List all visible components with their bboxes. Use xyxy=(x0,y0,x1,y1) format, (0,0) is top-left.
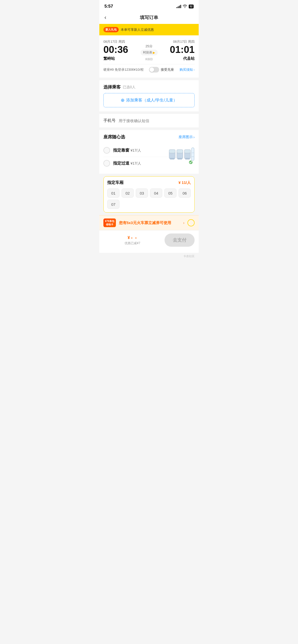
page-header: ‹ 填写订单 xyxy=(99,11,199,24)
seat-window-price: ¥17/人 xyxy=(130,148,141,152)
pay-button[interactable]: 去支付 xyxy=(165,233,195,247)
seat-title: 座席随心选 xyxy=(103,134,125,140)
new-user-badge: 新人礼包 xyxy=(103,27,119,32)
back-button[interactable]: ‹ xyxy=(104,14,106,21)
status-icons: 52 xyxy=(177,4,194,9)
svg-rect-5 xyxy=(178,158,182,159)
page-title: 填写订单 xyxy=(104,14,194,21)
carriage-numbers: 01 02 03 04 05 06 07 xyxy=(107,188,191,209)
price-dashes: - - xyxy=(131,235,137,241)
carriage-num-03[interactable]: 03 xyxy=(136,188,148,198)
passenger-section: 选择乘客 已选0人 ⊕ 添加乘客（成人/学生/儿童） xyxy=(99,80,199,111)
schedule-label: 时刻表 xyxy=(143,50,152,55)
buy-notice-arrow-icon: › xyxy=(194,68,195,71)
coupon-badge-line2: 省钱卡 xyxy=(105,223,114,226)
signal-icon xyxy=(177,5,181,8)
carriage-title: 指定车厢 xyxy=(107,180,124,185)
depart-date: 08月17日 周四 xyxy=(103,39,128,44)
watermark: 卡农社区 xyxy=(99,253,199,260)
new-user-text: 本单可享新人立减优惠 xyxy=(121,27,154,32)
coupon-badge-line1: ¥79券包 xyxy=(105,219,114,223)
carriage-num-06[interactable]: 06 xyxy=(179,188,191,198)
train-card: 08月17日 周四 00:36 繁峙站 25分 时刻表 ▶ K603 08月17… xyxy=(99,35,199,78)
departure-block: 08月17日 周四 00:36 繁峙站 xyxy=(103,39,128,61)
price-display: ¥ - - xyxy=(128,235,137,241)
coupon-text: 您有5x3元火车票立减券可使用 xyxy=(119,221,180,225)
phone-section: 手机号 xyxy=(99,114,199,127)
svg-rect-9 xyxy=(192,148,194,160)
price-yuan: ¥ xyxy=(128,236,130,240)
seat-window-name: 指定靠窗 xyxy=(113,148,129,152)
seat-option-aisle[interactable]: 指定过道 ¥17/人 xyxy=(103,157,168,170)
svg-rect-4 xyxy=(177,150,183,153)
battery-icon: 52 xyxy=(189,5,194,8)
seat-aisle-price: ¥17/人 xyxy=(130,161,141,165)
svg-rect-7 xyxy=(184,150,191,153)
ticket-info-row: 硬座¥9 免登录12306¥10/程 接受无座 购买须知 › xyxy=(103,64,195,74)
seat-diagram-arrow-icon: › xyxy=(193,135,195,139)
svg-rect-8 xyxy=(185,158,190,159)
arrive-time: 01:01 xyxy=(170,45,195,55)
route-middle: 25分 时刻表 ▶ K603 xyxy=(141,39,158,61)
seat-radio-aisle[interactable] xyxy=(103,160,110,167)
ticket-type: 硬座¥9 免登录12306¥10/程 xyxy=(103,67,144,72)
arrive-station: 代县站 xyxy=(170,56,195,61)
coupon-bar[interactable]: ¥79券包 省钱卡 您有5x3元火车票立减券可使用 › xyxy=(99,215,199,230)
new-user-banner[interactable]: 新人礼包 本单可享新人立减优惠 xyxy=(99,24,199,35)
seat-section: 座席随心选 座席图示 › 指定靠窗 ¥17/人 指定过道 ¥17/人 xyxy=(99,130,199,174)
add-passenger-button[interactable]: ⊕ 添加乘客（成人/学生/儿童） xyxy=(103,93,195,107)
passenger-count: 已选0人 xyxy=(123,85,136,90)
seat-diagram-link[interactable]: 座席图示 › xyxy=(179,135,195,139)
seat-radio-window[interactable] xyxy=(103,147,110,154)
svg-rect-1 xyxy=(169,150,175,153)
passenger-title: 选择乘客 xyxy=(103,84,121,90)
schedule-button[interactable]: 时刻表 ▶ xyxy=(141,50,158,55)
buy-notice-button[interactable]: 购买须知 › xyxy=(180,67,195,72)
carriage-num-05[interactable]: 05 xyxy=(164,188,177,198)
train-number: K603 xyxy=(145,57,153,61)
seat-illustration xyxy=(168,144,195,164)
depart-station: 繁峙站 xyxy=(103,56,128,61)
svg-rect-2 xyxy=(170,158,174,159)
carriage-section: 指定车厢 ¥ 11/人 01 02 03 04 05 06 07 xyxy=(103,176,195,213)
duration: 25分 xyxy=(145,44,152,49)
add-passenger-label: 添加乘客（成人/学生/儿童） xyxy=(126,98,177,103)
seat-svg xyxy=(168,144,195,164)
seat-option-window[interactable]: 指定靠窗 ¥17/人 xyxy=(103,144,168,157)
bottom-bar: ¥ - - 优惠已减¥7 去支付 xyxy=(99,230,199,253)
status-bar: 5:57 52 xyxy=(99,0,199,11)
seat-aisle-name: 指定过道 xyxy=(113,161,129,165)
toggle-switch[interactable] xyxy=(149,67,159,72)
carriage-price: ¥ 11/人 xyxy=(179,180,191,185)
wifi-icon xyxy=(183,4,187,9)
price-info: ¥ - - 优惠已减¥7 xyxy=(103,235,161,245)
arrival-block: 08月17日 周四 01:01 代县站 xyxy=(170,39,195,61)
carriage-num-02[interactable]: 02 xyxy=(121,188,134,198)
toggle-knob xyxy=(150,67,154,72)
phone-input[interactable] xyxy=(119,119,195,123)
no-seat-toggle[interactable]: 接受无座 xyxy=(149,67,174,72)
carriage-num-07[interactable]: 07 xyxy=(107,200,119,209)
depart-time: 00:36 xyxy=(103,45,128,55)
carriage-num-04[interactable]: 04 xyxy=(150,188,162,198)
schedule-arrow-icon: ▶ xyxy=(153,51,155,54)
status-time: 5:57 xyxy=(104,4,113,9)
coupon-checkbox[interactable] xyxy=(187,219,195,226)
carriage-header: 指定车厢 ¥ 11/人 xyxy=(107,180,191,185)
no-seat-label: 接受无座 xyxy=(161,67,174,72)
train-route: 08月17日 周四 00:36 繁峙站 25分 时刻表 ▶ K603 08月17… xyxy=(103,39,195,61)
discount-text: 优惠已减¥7 xyxy=(125,241,140,245)
passenger-header: 选择乘客 已选0人 xyxy=(103,84,195,90)
carriage-num-01[interactable]: 01 xyxy=(107,188,119,198)
phone-label: 手机号 xyxy=(103,118,116,123)
add-plus-icon: ⊕ xyxy=(121,97,125,103)
coupon-arrow-icon: › xyxy=(183,221,184,225)
coupon-badge: ¥79券包 省钱卡 xyxy=(103,218,116,227)
arrive-date: 08月17日 周四 xyxy=(170,39,195,44)
seat-section-header: 座席随心选 座席图示 › xyxy=(103,134,195,140)
